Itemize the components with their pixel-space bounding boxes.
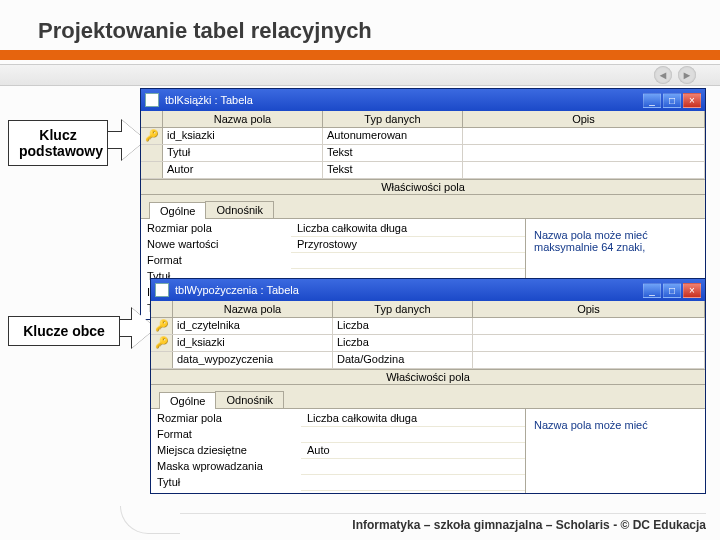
field-desc-cell[interactable] — [473, 352, 705, 368]
field-desc-cell[interactable] — [473, 318, 705, 334]
prop-value[interactable]: Liczba całkowita długa — [291, 221, 525, 237]
field-name-cell[interactable]: id_ksiazki — [163, 128, 323, 144]
table-icon — [145, 93, 159, 107]
prop-value[interactable]: Auto — [301, 443, 525, 459]
col-desc[interactable]: Opis — [463, 111, 705, 127]
field-hint: Nazwa pola może mieć — [525, 409, 705, 493]
close-button[interactable]: × — [683, 93, 701, 108]
callout-primary-key: Klucz podstawowy — [8, 120, 108, 166]
properties-caption: Właściwości pola — [151, 369, 705, 385]
titlebar[interactable]: tblWypożyczenia : Tabela _ □ × — [151, 279, 705, 301]
col-name[interactable]: Nazwa pola — [163, 111, 323, 127]
properties-tabs: Ogólne Odnośnik — [151, 385, 705, 408]
col-type[interactable]: Typ danych — [323, 111, 463, 127]
nav-next-icon[interactable]: ► — [678, 66, 696, 84]
field-name-cell[interactable]: id_ksiazki — [173, 335, 333, 351]
field-desc-cell[interactable] — [473, 335, 705, 351]
prop-value[interactable]: Liczba całkowita długa — [301, 411, 525, 427]
primary-key-icon[interactable]: 🔑 — [151, 318, 173, 334]
tab-lookup[interactable]: Odnośnik — [205, 201, 273, 218]
col-desc[interactable]: Opis — [473, 301, 705, 317]
col-type[interactable]: Typ danych — [333, 301, 473, 317]
field-name-cell[interactable]: Tytuł — [163, 145, 323, 161]
tab-lookup[interactable]: Odnośnik — [215, 391, 283, 408]
grid-header: Nazwa pola Typ danych Opis — [151, 301, 705, 318]
window-title: tblWypożyczenia : Tabela — [175, 284, 637, 296]
table-row[interactable]: 🔑id_ksiazkiLiczba — [151, 335, 705, 352]
window-tblwypozyczenia: tblWypożyczenia : Tabela _ □ × Nazwa pol… — [150, 278, 706, 494]
footer-decoration — [120, 506, 180, 534]
field-name-cell[interactable]: id_czytelnika — [173, 318, 333, 334]
prop-value[interactable] — [301, 475, 525, 491]
window-title: tblKsiążki : Tabela — [165, 94, 637, 106]
field-type-cell[interactable]: Data/Godzina — [333, 352, 473, 368]
field-name-cell[interactable]: Autor — [163, 162, 323, 178]
prop-label: Rozmiar pola — [141, 221, 291, 237]
field-type-cell[interactable]: Tekst — [323, 162, 463, 178]
field-desc-cell[interactable] — [463, 128, 705, 144]
table-row[interactable]: 🔑id_ksiazkiAutonumerowan — [141, 128, 705, 145]
maximize-button[interactable]: □ — [663, 93, 681, 108]
row-selector[interactable] — [151, 352, 173, 368]
prop-label: Tytuł — [151, 475, 301, 491]
primary-key-icon[interactable]: 🔑 — [151, 335, 173, 351]
callout-foreign-keys: Klucze obce — [8, 316, 120, 346]
maximize-button[interactable]: □ — [663, 283, 681, 298]
slide-footer: Informatyka – szkoła gimnazjalna – Schol… — [180, 513, 706, 532]
prop-label: Miejsca dziesiętne — [151, 443, 301, 459]
grid-header: Nazwa pola Typ danych Opis — [141, 111, 705, 128]
prop-label: Format — [141, 253, 291, 269]
prop-value[interactable]: Przyrostowy — [291, 237, 525, 253]
field-type-cell[interactable]: Autonumerowan — [323, 128, 463, 144]
table-row[interactable]: 🔑id_czytelnikaLiczba — [151, 318, 705, 335]
row-selector[interactable] — [141, 162, 163, 178]
callout-arrow-stem — [120, 319, 132, 337]
nav-prev-icon[interactable]: ◄ — [654, 66, 672, 84]
close-button[interactable]: × — [683, 283, 701, 298]
minimize-button[interactable]: _ — [643, 283, 661, 298]
table-row[interactable]: AutorTekst — [141, 162, 705, 179]
field-name-cell[interactable]: data_wypozyczenia — [173, 352, 333, 368]
tab-general[interactable]: Ogólne — [159, 392, 216, 409]
prop-label: Format — [151, 427, 301, 443]
field-desc-cell[interactable] — [463, 162, 705, 178]
properties-caption: Właściwości pola — [141, 179, 705, 195]
minimize-button[interactable]: _ — [643, 93, 661, 108]
titlebar[interactable]: tblKsiążki : Tabela _ □ × — [141, 89, 705, 111]
field-type-cell[interactable]: Liczba — [333, 335, 473, 351]
field-type-cell[interactable]: Tekst — [323, 145, 463, 161]
page-title: Projektowanie tabel relacyjnych — [0, 0, 720, 50]
primary-key-icon[interactable]: 🔑 — [141, 128, 163, 144]
table-row[interactable]: TytułTekst — [141, 145, 705, 162]
tab-general[interactable]: Ogólne — [149, 202, 206, 219]
prop-label: Rozmiar pola — [151, 411, 301, 427]
callout-arrow-stem — [108, 131, 122, 149]
table-icon — [155, 283, 169, 297]
field-desc-cell[interactable] — [463, 145, 705, 161]
nav-bar: ◄ ► — [0, 64, 720, 86]
prop-label: Maska wprowadzania — [151, 459, 301, 475]
row-selector[interactable] — [141, 145, 163, 161]
properties-tabs: Ogólne Odnośnik — [141, 195, 705, 218]
field-type-cell[interactable]: Liczba — [333, 318, 473, 334]
accent-bar — [0, 50, 720, 60]
prop-value[interactable] — [291, 253, 525, 269]
col-name[interactable]: Nazwa pola — [173, 301, 333, 317]
prop-label: Nowe wartości — [141, 237, 291, 253]
prop-value[interactable] — [301, 459, 525, 475]
table-row[interactable]: data_wypozyczeniaData/Godzina — [151, 352, 705, 369]
prop-value[interactable] — [301, 427, 525, 443]
